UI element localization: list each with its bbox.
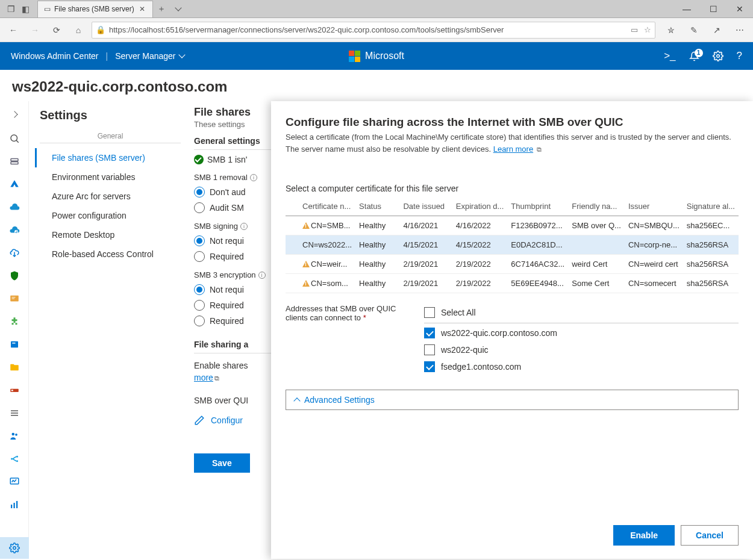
chart-icon[interactable] — [2, 494, 27, 515]
svg-point-19 — [16, 456, 18, 458]
home-button[interactable]: ⌂ — [70, 22, 87, 39]
checkbox[interactable] — [424, 344, 435, 355]
tabs-icon[interactable]: ❐ — [4, 2, 18, 16]
monitor-icon[interactable] — [2, 471, 27, 493]
cloud-sync-icon[interactable] — [2, 219, 27, 241]
learn-more-link[interactable]: more — [194, 373, 213, 382]
favorites-icon[interactable]: ✮ — [663, 22, 680, 39]
address-checkbox-row[interactable]: ws2022-quic.corp.contoso.com — [424, 325, 739, 341]
server-manager-dropdown[interactable]: Server Manager — [115, 51, 184, 61]
checkbox[interactable] — [424, 307, 435, 318]
address-checkbox-row[interactable]: Select All — [424, 304, 739, 323]
info-icon[interactable]: i — [240, 223, 248, 230]
devices-icon[interactable] — [2, 379, 27, 401]
checkbox[interactable] — [424, 361, 435, 372]
notifications-button[interactable]: 1 — [689, 51, 699, 61]
col-friendly[interactable]: Friendly na... — [568, 198, 625, 216]
tab-overflow-icon[interactable] — [170, 1, 187, 17]
server-icon[interactable] — [2, 151, 27, 172]
cert-select-label: Select a computer certificate for this f… — [286, 184, 739, 193]
wac-header: Windows Admin Center | Server Manager Mi… — [0, 42, 753, 70]
notes-icon[interactable]: ✎ — [686, 22, 702, 39]
disk-icon[interactable] — [2, 334, 27, 355]
certificate-table: Certificate n... Status Date issued Expi… — [286, 198, 739, 293]
col-expiration[interactable]: Expiration d... — [452, 198, 508, 216]
col-cert-name[interactable]: Certificate n... — [299, 198, 355, 216]
product-name[interactable]: Windows Admin Center — [11, 51, 99, 61]
cancel-button[interactable]: Cancel — [681, 525, 739, 546]
more-icon[interactable]: ⋯ — [731, 22, 748, 39]
external-link-icon: ⧉ — [537, 145, 542, 155]
save-button[interactable]: Save — [194, 453, 250, 473]
collapse-rail-icon[interactable] — [2, 105, 27, 126]
cloud-icon[interactable] — [2, 196, 27, 218]
powershell-icon[interactable]: >_ — [664, 50, 675, 62]
url-input[interactable]: 🔒 https://localhost:6516/servermanager/c… — [92, 22, 655, 39]
new-tab-button[interactable]: ＋ — [153, 1, 170, 17]
window-close-button[interactable]: ✕ — [726, 1, 753, 17]
favorite-star-icon[interactable]: ☆ — [644, 25, 651, 34]
browser-tab[interactable]: ▭ File shares (SMB server) ✕ — [37, 1, 153, 17]
address-checkbox-row[interactable]: fsedge1.contoso.com — [424, 358, 739, 375]
col-sig[interactable]: Signature al... — [683, 198, 739, 216]
address-label: fsedge1.contoso.com — [441, 362, 521, 372]
sidebar-item-rbac[interactable]: Role-based Access Control — [35, 244, 186, 264]
shield-icon[interactable] — [2, 265, 27, 287]
sidebar-item-rdp[interactable]: Remote Desktop — [35, 225, 186, 244]
azure-arc-icon[interactable] — [2, 173, 27, 195]
sidebar-item-file-shares[interactable]: File shares (SMB server) — [35, 148, 186, 167]
share-icon[interactable]: ↗ — [708, 22, 725, 39]
certificates-icon[interactable] — [2, 288, 27, 310]
smb-quic-panel: Configure file sharing across the Intern… — [271, 101, 753, 559]
window-minimize-button[interactable]: — — [673, 1, 700, 17]
sidebar-toggle-icon[interactable]: ◧ — [18, 2, 33, 16]
address-checkbox-row[interactable]: ws2022-quic — [424, 341, 739, 358]
advanced-settings-button[interactable]: Advanced Settings — [286, 390, 739, 410]
settings-gear-icon[interactable] — [713, 51, 723, 61]
svg-rect-9 — [11, 341, 18, 348]
certificate-row[interactable]: CN=weir... Healthy2/19/20212/19/20226C71… — [286, 255, 739, 274]
info-icon[interactable]: i — [258, 272, 266, 279]
col-issuer[interactable]: Issuer — [625, 198, 683, 216]
addresses-label: Addresses that SMB over QUIC clients can… — [286, 304, 412, 375]
sidebar-item-azure-arc[interactable]: Azure Arc for servers — [35, 187, 186, 206]
certificate-row[interactable]: CN=ws2022... Healthy4/15/20214/15/2022E0… — [286, 235, 739, 255]
checkbox[interactable] — [424, 328, 435, 338]
help-icon[interactable]: ? — [737, 50, 742, 62]
address-list: Select Allws2022-quic.corp.contoso.comws… — [424, 304, 739, 375]
settings-rail-icon[interactable] — [0, 537, 29, 559]
svg-point-16 — [11, 433, 14, 436]
users-icon[interactable] — [2, 425, 27, 447]
panel-learn-more-link[interactable]: Learn more — [493, 145, 533, 154]
tab-close-icon[interactable]: ✕ — [138, 5, 146, 13]
col-issued[interactable]: Date issued — [399, 198, 452, 216]
plugin-icon[interactable] — [2, 311, 27, 332]
smb1-status-text: SMB 1 isn' — [207, 155, 247, 164]
svg-line-22 — [13, 459, 16, 461]
refresh-button[interactable]: ⟳ — [48, 22, 65, 39]
col-thumbprint[interactable]: Thumbprint — [507, 198, 568, 216]
svg-point-17 — [15, 434, 17, 436]
search-icon[interactable] — [2, 128, 27, 149]
certificate-row[interactable]: CN=SMB... Healthy4/16/20214/16/2022F1236… — [286, 216, 739, 235]
warning-icon — [302, 280, 310, 287]
enable-button[interactable]: Enable — [613, 525, 675, 546]
network-icon[interactable] — [2, 448, 27, 470]
certificate-row[interactable]: CN=som... Healthy2/19/20212/19/20225E69E… — [286, 274, 739, 293]
window-maximize-button[interactable]: ☐ — [700, 1, 726, 17]
reading-view-icon[interactable]: ▭ — [631, 25, 638, 34]
sidebar-item-power[interactable]: Power configuration — [35, 206, 186, 225]
svg-rect-3 — [11, 159, 18, 161]
sidebar-item-env-vars[interactable]: Environment variables — [35, 167, 186, 187]
warning-icon — [302, 261, 310, 267]
files-icon[interactable] — [2, 356, 27, 378]
col-status[interactable]: Status — [355, 198, 399, 216]
info-icon[interactable]: i — [250, 174, 257, 181]
address-label: Select All — [441, 308, 476, 317]
svg-point-27 — [13, 547, 16, 550]
back-button[interactable]: ← — [5, 22, 22, 39]
svg-point-0 — [716, 55, 719, 58]
list-icon[interactable] — [2, 402, 27, 424]
svg-rect-12 — [11, 390, 13, 391]
hybrid-icon[interactable] — [2, 242, 27, 264]
